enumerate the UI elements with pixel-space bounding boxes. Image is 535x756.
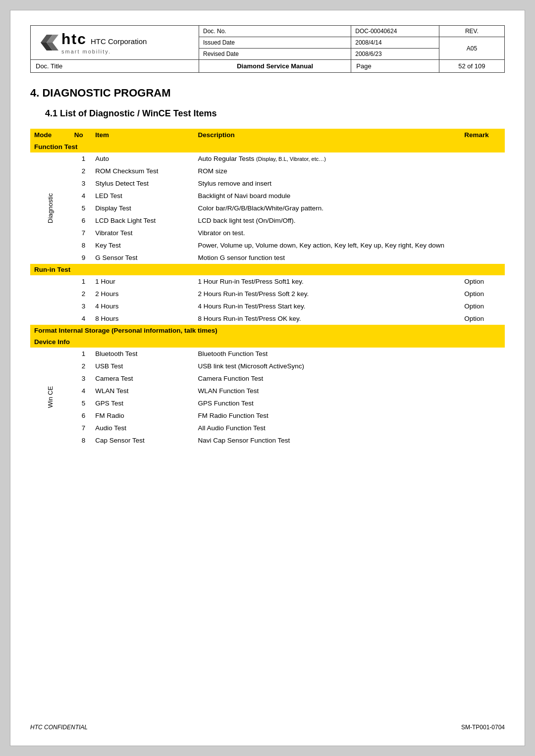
table-row: 5Display TestColor bar/R/G/B/Black/White…: [30, 202, 505, 214]
mode-cell-empty: [30, 275, 70, 325]
item-cell: Cap Sensor Test: [91, 434, 194, 447]
no-cell: 2: [70, 360, 92, 372]
remark-cell: [460, 372, 505, 385]
htc-logo-icon: [37, 33, 58, 52]
description-cell: FM Radio Function Test: [194, 409, 461, 422]
col-header-no: No: [70, 129, 92, 141]
item-cell: Key Test: [91, 239, 194, 252]
table-row: 7Vibrator TestVibrator on test.: [30, 227, 505, 239]
item-cell: FM Radio: [91, 409, 194, 422]
table-row: 22 Hours2 Hours Run-in Test/Press Soft 2…: [30, 288, 505, 300]
no-cell: 3: [70, 177, 92, 190]
remark-cell: [460, 422, 505, 434]
description-cell: Camera Function Test: [194, 372, 461, 385]
no-cell: 4: [70, 190, 92, 202]
col-header-remark: Remark: [460, 129, 505, 141]
description-cell: 1 Hour Run-in Test/Press Soft1 key.: [194, 275, 461, 288]
no-cell: 8: [70, 239, 92, 252]
description-cell: WLAN Function Test: [194, 385, 461, 397]
table-row: 8Cap Sensor TestNavi Cap Sensor Function…: [30, 434, 505, 447]
item-cell: LCD Back Light Test: [91, 214, 194, 227]
logo-cell: htc HTC Corporation smart mobility.: [31, 26, 199, 60]
mode-cell: Diagnostic: [30, 152, 70, 264]
remark-cell: Option: [460, 312, 505, 325]
description-cell: Backlight of Navi board module: [194, 190, 461, 202]
section-label: Device Info: [30, 336, 505, 348]
company-name: HTC Corporation: [91, 37, 147, 46]
doc-no-label: Doc. No.: [199, 26, 351, 37]
section-row: Format Internal Storage (Personal inform…: [30, 325, 505, 336]
no-cell: 3: [70, 300, 92, 312]
description-cell: Power, Volume up, Volume down, Key actio…: [194, 239, 461, 252]
footer-confidential: HTC CONFIDENTIAL: [30, 724, 88, 731]
section-label: Format Internal Storage (Personal inform…: [30, 325, 505, 336]
no-cell: 8: [70, 434, 92, 447]
table-row: 11 Hour1 Hour Run-in Test/Press Soft1 ke…: [30, 275, 505, 288]
item-cell: ROM Checksum Test: [91, 165, 194, 177]
table-row: 6LCD Back Light TestLCD back light test …: [30, 214, 505, 227]
rev-label: REV.: [439, 26, 504, 37]
no-cell: 1: [70, 348, 92, 360]
footer: HTC CONFIDENTIAL SM-TP001-0704: [30, 724, 505, 731]
main-title: 4. DIAGNOSTIC PROGRAM: [30, 87, 505, 100]
table-row: Win CE1Bluetooth TestBluetooth Function …: [30, 348, 505, 360]
issued-value: 2008/4/14: [351, 37, 439, 49]
table-row: 9G Sensor TestMotion G sensor function t…: [30, 252, 505, 264]
remark-cell: [460, 177, 505, 190]
section-row: Function Test: [30, 141, 505, 152]
description-cell: Bluetooth Function Test: [194, 348, 461, 360]
description-cell: Color bar/R/G/B/Black/White/Gray pattern…: [194, 202, 461, 214]
table-header-row: Mode No Item Description Remark: [30, 129, 505, 141]
no-cell: 2: [70, 165, 92, 177]
description-cell: All Audio Function Test: [194, 422, 461, 434]
remark-cell: Option: [460, 300, 505, 312]
section-row: Device Info: [30, 336, 505, 348]
description-cell: Stylus remove and insert: [194, 177, 461, 190]
table-body: Function TestDiagnostic1AutoAuto Regular…: [30, 141, 505, 447]
table-row: 48 Hours8 Hours Run-in Test/Press OK key…: [30, 312, 505, 325]
htc-svg-icon: [37, 33, 58, 52]
item-cell: LED Test: [91, 190, 194, 202]
remark-cell: [460, 397, 505, 409]
table-row: 4LED TestBacklight of Navi board module: [30, 190, 505, 202]
no-cell: 6: [70, 214, 92, 227]
item-cell: Display Test: [91, 202, 194, 214]
remark-cell: [460, 239, 505, 252]
page-value: 52 of 109: [439, 60, 504, 73]
logo-area: htc HTC Corporation smart mobility.: [37, 31, 193, 54]
item-cell: Audio Test: [91, 422, 194, 434]
page-label: Page: [351, 60, 439, 73]
description-cell: Vibrator on test.: [194, 227, 461, 239]
col-header-item: Item: [91, 129, 194, 141]
item-cell: 8 Hours: [91, 312, 194, 325]
description-cell: 2 Hours Run-in Test/Press Soft 2 key.: [194, 288, 461, 300]
remark-cell: [460, 214, 505, 227]
description-cell: GPS Function Test: [194, 397, 461, 409]
item-cell: 2 Hours: [91, 288, 194, 300]
tagline: smart mobility.: [61, 49, 147, 54]
htc-wordmark: htc HTC Corporation smart mobility.: [61, 31, 147, 54]
table-row: 2ROM Checksum TestROM size: [30, 165, 505, 177]
remark-cell: Option: [460, 288, 505, 300]
sub-title: 4.1 List of Diagnostic / WinCE Test Item…: [45, 108, 505, 119]
remark-cell: [460, 385, 505, 397]
table-row: 3Stylus Detect TestStylus remove and ins…: [30, 177, 505, 190]
doc-title-value: Diamond Service Manual: [199, 60, 351, 73]
table-row: 2USB TestUSB link test (Microsoft Active…: [30, 360, 505, 372]
item-cell: Bluetooth Test: [91, 348, 194, 360]
doc-no-value: DOC-00040624: [351, 26, 439, 37]
remark-cell: [460, 202, 505, 214]
remark-cell: [460, 165, 505, 177]
table-row: 6FM RadioFM Radio Function Test: [30, 409, 505, 422]
htc-text: htc: [61, 31, 87, 48]
col-header-mode: Mode: [30, 129, 70, 141]
no-cell: 4: [70, 312, 92, 325]
item-cell: WLAN Test: [91, 385, 194, 397]
no-cell: 5: [70, 397, 92, 409]
description-cell: USB link test (Microsoft ActiveSync): [194, 360, 461, 372]
page: htc HTC Corporation smart mobility. Doc.…: [10, 10, 525, 746]
table-row: 3Camera TestCamera Function Test: [30, 372, 505, 385]
item-cell: USB Test: [91, 360, 194, 372]
remark-cell: [460, 252, 505, 264]
no-cell: 5: [70, 202, 92, 214]
